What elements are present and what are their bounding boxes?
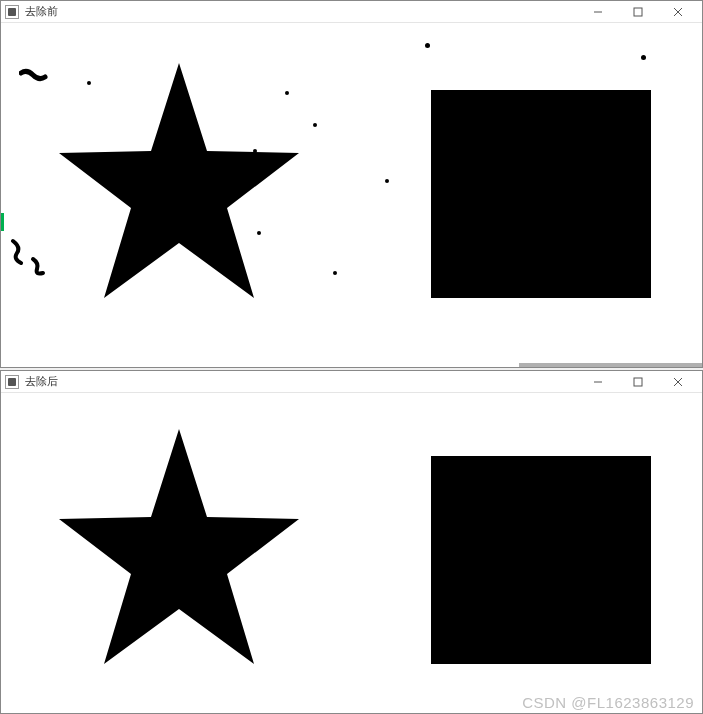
- window-after: 去除后 CSDN @FL1623863129: [0, 370, 703, 714]
- noise-dot: [87, 81, 91, 85]
- scrollbar-segment: [519, 363, 702, 367]
- square-shape: [431, 90, 651, 298]
- canvas-before: [1, 23, 702, 367]
- maximize-button[interactable]: [618, 2, 658, 22]
- watermark-text: CSDN @FL1623863129: [522, 694, 694, 711]
- close-button[interactable]: [658, 2, 698, 22]
- svg-rect-6: [634, 378, 642, 386]
- square-shape: [431, 456, 651, 664]
- window-controls: [578, 372, 698, 392]
- noise-dot: [285, 91, 289, 95]
- svg-marker-9: [59, 429, 299, 664]
- minimize-button[interactable]: [578, 372, 618, 392]
- noise-squiggle: [29, 255, 51, 277]
- minimize-button[interactable]: [578, 2, 618, 22]
- noise-dot: [425, 43, 430, 48]
- noise-dot: [333, 271, 337, 275]
- edge-artifact: [1, 213, 4, 231]
- window-controls: [578, 2, 698, 22]
- window-title: 去除后: [25, 374, 58, 389]
- canvas-after: CSDN @FL1623863129: [1, 393, 702, 713]
- app-icon: [5, 5, 19, 19]
- noise-dot: [257, 231, 261, 235]
- noise-dot: [253, 149, 257, 153]
- close-button[interactable]: [658, 372, 698, 392]
- noise-dot: [641, 55, 646, 60]
- titlebar-after: 去除后: [1, 371, 702, 393]
- svg-rect-1: [634, 8, 642, 16]
- window-title: 去除前: [25, 4, 58, 19]
- noise-squiggle: [19, 67, 49, 87]
- noise-dot: [385, 179, 389, 183]
- app-icon: [5, 375, 19, 389]
- svg-marker-4: [59, 63, 299, 298]
- window-before: 去除前: [0, 0, 703, 368]
- maximize-button[interactable]: [618, 372, 658, 392]
- star-shape: [59, 63, 299, 301]
- noise-squiggle: [9, 237, 31, 267]
- noise-dot: [313, 123, 317, 127]
- titlebar-before: 去除前: [1, 1, 702, 23]
- star-shape: [59, 429, 299, 667]
